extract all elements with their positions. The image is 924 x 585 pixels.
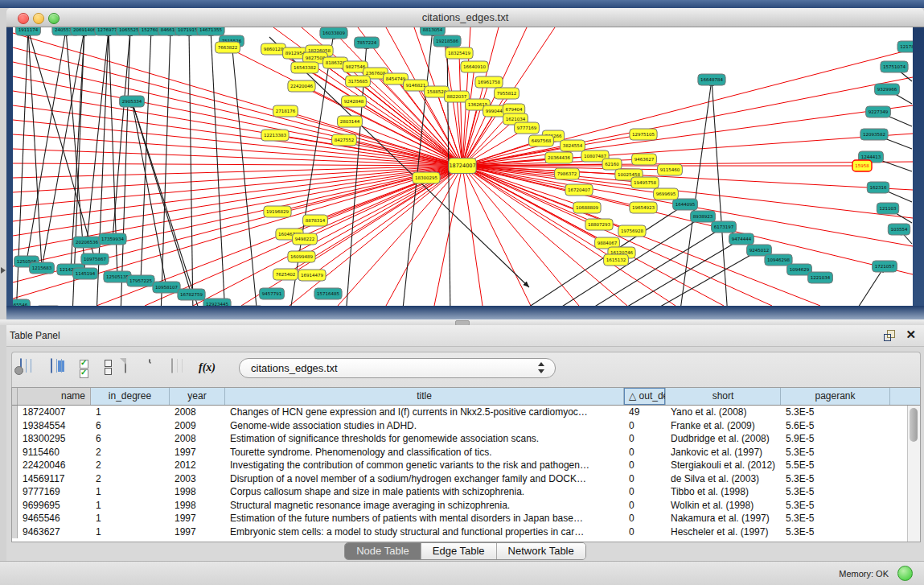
graph-node[interactable]: 10688809 xyxy=(573,202,601,213)
table-cell[interactable]: Changes of HCN gene expression and I(f) … xyxy=(225,406,624,419)
table-row[interactable]: 1830029562008Estimation of significance … xyxy=(12,432,920,446)
graph-node[interactable]: 19218586 xyxy=(433,35,461,47)
new-column-icon[interactable] xyxy=(125,359,146,380)
graph-node[interactable]: 9115460 xyxy=(658,164,683,175)
graph-node[interactable]: 2803144 xyxy=(338,116,363,127)
table-cell[interactable]: Jankovic et al. (1997) xyxy=(666,446,781,459)
graph-node[interactable]: 20206536 xyxy=(73,237,101,248)
table-row[interactable]: 946362711997Embryonic stem cells: a mode… xyxy=(12,525,920,539)
graph-node[interactable]: 1911174 xyxy=(16,27,41,35)
graph-node[interactable]: 15716485 xyxy=(314,288,342,299)
column-header-pagerank[interactable]: pagerank xyxy=(781,388,890,405)
table-cell[interactable]: Tourette syndrome. Phenomenology and cla… xyxy=(225,446,624,459)
table-row[interactable]: 946554611997Estimation of the future num… xyxy=(12,512,920,525)
split-divider[interactable] xyxy=(0,319,924,325)
graph-node[interactable]: 6497568 xyxy=(529,135,554,146)
graph-node[interactable]: 9457791 xyxy=(260,288,285,299)
table-cell[interactable]: Estimation of significance thresholds fo… xyxy=(225,432,624,446)
table-cell[interactable]: Investigating the contribution of common… xyxy=(225,459,624,472)
table-cell[interactable]: Genome-wide association studies in ADHD. xyxy=(225,419,624,433)
graph-node[interactable]: 16099489 xyxy=(288,251,315,262)
graph-node[interactable]: 1644095 xyxy=(673,199,698,210)
table-cell[interactable]: 1998 xyxy=(170,485,225,499)
graph-node[interactable]: 62160 xyxy=(602,159,622,170)
table-row[interactable]: 1872400712008Changes of HCN gene express… xyxy=(12,406,920,419)
table-cell[interactable]: 0 xyxy=(624,446,666,459)
graph-node[interactable]: 16033809 xyxy=(320,27,347,39)
table-cell[interactable]: 0 xyxy=(624,419,666,433)
tab-network-table[interactable]: Network Table xyxy=(497,543,585,559)
table-cell[interactable]: 1 xyxy=(91,499,170,513)
graph-node[interactable]: 9242848 xyxy=(342,96,367,107)
graph-node[interactable]: 14671355 xyxy=(197,27,224,35)
graph-node[interactable]: 15958 xyxy=(852,160,872,171)
table-cell[interactable]: 6 xyxy=(91,419,170,433)
graph-node[interactable]: 19196829 xyxy=(264,206,291,217)
graph-node[interactable]: 12178 xyxy=(897,41,913,52)
table-cell[interactable]: 19384554 xyxy=(18,419,91,433)
table-cell[interactable]: 2 xyxy=(91,446,170,459)
graph-node[interactable]: 16961758 xyxy=(475,76,503,88)
graph-node[interactable]: 9227349 xyxy=(866,106,891,117)
table-cell[interactable]: Structural magnetic resonance image aver… xyxy=(225,499,624,513)
column-header-year[interactable]: year xyxy=(170,388,225,405)
table-cell[interactable]: 14569117 xyxy=(18,472,91,486)
graph-node[interactable]: 8938923 xyxy=(691,211,716,222)
graph-node[interactable]: 7625402 xyxy=(273,269,298,280)
table-cell[interactable]: 0 xyxy=(624,499,666,513)
table-row[interactable]: 1456911722003Disruption of a novel membe… xyxy=(12,472,920,486)
graph-node[interactable]: 20364436 xyxy=(545,152,573,163)
close-panel-icon[interactable]: ✕ xyxy=(906,328,916,341)
graph-node[interactable]: 17957225 xyxy=(127,275,154,286)
table-cell[interactable]: 9115460 xyxy=(18,446,91,459)
table-cell[interactable]: 2009 xyxy=(170,419,225,433)
table-cell[interactable]: 0 xyxy=(624,485,666,499)
graph-node[interactable]: 8813054 xyxy=(421,27,446,35)
table-cell[interactable]: 1997 xyxy=(170,446,225,459)
graph-node[interactable]: 12213383 xyxy=(261,130,289,141)
window-titlebar[interactable]: citations_edges.txt xyxy=(6,8,924,27)
graph-node[interactable]: 9498222 xyxy=(293,233,318,245)
graph-node[interactable]: 19756928 xyxy=(618,225,646,237)
table-cell[interactable]: 5.9E-5 xyxy=(781,432,890,446)
table-cell[interactable]: Wolkin et al. (1998) xyxy=(666,499,781,513)
table-cell[interactable]: Yano et al. (2008) xyxy=(666,406,781,419)
graph-node[interactable]: 9860128 xyxy=(261,43,286,55)
table-cell[interactable]: Franke et al. (2009) xyxy=(666,419,781,433)
graph-node[interactable]: 18807293 xyxy=(585,219,613,230)
table-cell[interactable]: Nakamura et al. (1997) xyxy=(666,512,781,525)
table-cell[interactable]: 2008 xyxy=(170,406,225,419)
graph-node[interactable]: 3824554 xyxy=(561,140,585,151)
graph-node[interactable]: 9699695 xyxy=(654,188,679,200)
table-cell[interactable]: 0 xyxy=(624,525,666,539)
graph-node[interactable]: 7986372 xyxy=(555,168,580,179)
collapse-arrow-icon[interactable] xyxy=(1,267,6,274)
table-selector[interactable]: citations_edges.txt xyxy=(239,358,556,378)
table-cell[interactable]: 0 xyxy=(624,512,666,525)
graph-node[interactable]: 22420046 xyxy=(288,80,315,92)
graph-node[interactable]: 9329966 xyxy=(875,84,900,95)
graph-node[interactable]: 16720407 xyxy=(565,184,593,196)
graph-node[interactable]: 6173197 xyxy=(712,221,737,233)
graph-node[interactable]: 8427552 xyxy=(332,134,357,146)
delete-column-icon[interactable] xyxy=(149,359,170,380)
table-cell[interactable]: 49 xyxy=(624,406,666,419)
table-cell[interactable]: 18724007 xyxy=(18,406,91,419)
table-cell[interactable]: 1 xyxy=(91,406,170,419)
table-cell[interactable]: 9465546 xyxy=(18,512,91,525)
graph-node[interactable]: 3175685 xyxy=(346,76,371,87)
tab-node-table[interactable]: Node Table xyxy=(345,543,421,559)
table-row[interactable]: 969969511998Structural magnetic resonanc… xyxy=(12,499,920,513)
graph-node[interactable]: 12923445 xyxy=(203,299,231,306)
table-cell[interactable]: 1997 xyxy=(170,525,225,539)
table-cell[interactable]: 5.3E-5 xyxy=(781,406,890,419)
table-scrollbar[interactable] xyxy=(907,406,920,542)
table-cell[interactable]: 5.3E-5 xyxy=(781,485,890,499)
column-header-name[interactable]: name xyxy=(18,388,91,405)
table-cell[interactable]: 1 xyxy=(91,512,170,525)
table-cell[interactable]: de Silva et al. (2003) xyxy=(666,472,781,486)
table-cell[interactable]: 5.3E-5 xyxy=(781,525,890,539)
graph-node[interactable]: 16640910 xyxy=(461,61,488,72)
table-options-icon[interactable] xyxy=(20,359,41,380)
graph-node[interactable]: 8878314 xyxy=(303,215,328,226)
